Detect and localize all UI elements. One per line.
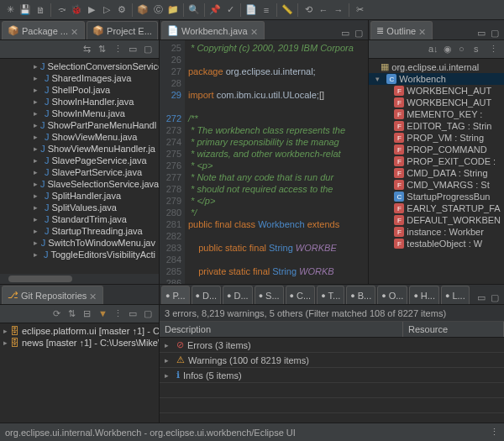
expand-arrow-icon[interactable]: ▸	[34, 192, 42, 200]
outline-member[interactable]: FPROP_COMMAND	[369, 144, 504, 155]
repo-item[interactable]: ▸🗄news [master ↑1] - C:\Users\Mike\git\n	[0, 337, 159, 349]
new-pkg-icon[interactable]: 📦	[136, 3, 150, 17]
view-menu-icon[interactable]: ⋮	[113, 44, 125, 55]
status-menu-icon[interactable]: ⋮	[490, 427, 499, 438]
new-folder-icon[interactable]: 📁	[166, 3, 180, 17]
expand-arrow-icon[interactable]: ▸	[3, 339, 8, 347]
collapse-all-icon[interactable]: ⇆	[83, 44, 95, 55]
file-item[interactable]: ▸JSlaveSelectionService.java	[0, 178, 159, 190]
expand-arrow-icon[interactable]: ▸	[34, 86, 42, 94]
outline-member[interactable]: FEARLY_STARTUP_FA	[369, 202, 504, 214]
file-item[interactable]: ▸JStartupThreading.java	[0, 225, 159, 237]
sort-icon[interactable]: a↓	[428, 44, 440, 55]
outline-tree[interactable]: ▦org.eclipse.ui.internal▾CWorkbenchFWORK…	[369, 59, 504, 284]
file-item[interactable]: ▸JStandardTrim.java	[0, 213, 159, 225]
expand-arrow-icon[interactable]: ▸	[34, 180, 38, 188]
outline-member[interactable]: FDEFAULT_WORKBEN	[369, 214, 504, 226]
bottom-tab-2[interactable]: ●D...	[223, 286, 253, 304]
close-icon[interactable]: ✕	[71, 27, 79, 35]
left-tab-1[interactable]: 📦Project E...	[87, 21, 158, 39]
outline-member[interactable]: FCMD_DATA : String	[369, 167, 504, 179]
task-icon[interactable]: ✓	[223, 3, 237, 17]
package-explorer-tree[interactable]: ▸JSelectionConversionService▸JSharedImag…	[0, 59, 159, 274]
outline-member[interactable]: CStartupProgressBun	[369, 191, 504, 202]
close-icon[interactable]: ✕	[89, 291, 97, 300]
ext-tools-icon[interactable]: ⚙	[115, 3, 129, 17]
repo-item[interactable]: ▸🗄eclipse.platform.ui [master ↑1] - C:\	[0, 325, 159, 337]
doc-icon[interactable]: 📄	[244, 3, 258, 17]
problem-group[interactable]: ▸ℹInfos (5 items)	[160, 368, 504, 383]
bottom-tab-1[interactable]: ●D...	[192, 286, 222, 304]
expand-arrow-icon[interactable]: ▸	[34, 144, 38, 153]
col-description[interactable]: Description	[160, 322, 403, 337]
view-menu-icon[interactable]: ⋮	[113, 308, 125, 320]
bottom-tab-5[interactable]: ●T...	[317, 286, 344, 304]
file-item[interactable]: ▸JSplitHandler.java	[0, 190, 159, 202]
git-tab[interactable]: ⎇ Git Repositories ✕	[2, 286, 103, 304]
outline-class[interactable]: ▾CWorkbench	[369, 73, 504, 85]
forward-icon[interactable]: →	[332, 3, 345, 17]
expand-arrow-icon[interactable]: ▸	[165, 356, 173, 365]
maximize-icon[interactable]: ▢	[144, 44, 155, 55]
back-icon[interactable]: ←	[317, 3, 330, 17]
code-area[interactable]: * Copyright (c) 2000, 2019 IBM Corporapa…	[185, 40, 368, 284]
file-item[interactable]: ▸JShowInMenu.java	[0, 108, 159, 119]
file-item[interactable]: ▸JToggleEditorsVisibilityActi	[0, 249, 159, 260]
git-tree[interactable]: ▸🗄eclipse.platform.ui [master ↑1] - C:\▸…	[0, 323, 159, 423]
expand-arrow-icon[interactable]: ▸	[34, 109, 42, 118]
close-icon[interactable]: ✕	[418, 27, 427, 35]
save-icon[interactable]: 💾	[18, 3, 32, 17]
filter-icon[interactable]: ◉	[444, 44, 455, 55]
maximize-icon[interactable]: ▢	[144, 308, 155, 320]
save-all-icon[interactable]: 🗎	[34, 3, 47, 17]
hide-static-icon[interactable]: s	[474, 44, 486, 55]
outline-member[interactable]: FtestableObject : W	[369, 238, 504, 249]
expand-arrow-icon[interactable]: ▸	[34, 121, 38, 129]
maximize-icon[interactable]: ▢	[491, 28, 502, 39]
file-item[interactable]: ▸JShowViewMenu.java	[0, 131, 159, 143]
cut-icon[interactable]: ✂	[353, 3, 366, 17]
bottom-tab-3[interactable]: ●S...	[255, 286, 284, 304]
file-item[interactable]: ▸JSplitValues.java	[0, 202, 159, 213]
outline-tab[interactable]: ≣ Outline ✕	[370, 21, 433, 39]
expand-arrow-icon[interactable]: ▸	[34, 133, 42, 141]
outline-member[interactable]: FWORKBENCH_AUT	[369, 97, 504, 108]
collapse-icon[interactable]: ⊟	[83, 308, 95, 320]
problem-group[interactable]: ▸⊘Errors (3 items)	[160, 338, 504, 353]
expand-arrow-icon[interactable]: ▸	[34, 62, 38, 71]
outline-member[interactable]: FPROP_EXIT_CODE :	[369, 155, 504, 167]
file-item[interactable]: ▸JSlavePageService.java	[0, 155, 159, 166]
close-icon[interactable]: ✕	[250, 27, 259, 35]
bottom-tab-8[interactable]: ●H...	[409, 286, 439, 304]
hide-fields-icon[interactable]: ○	[459, 44, 470, 55]
outline-member[interactable]: FPROP_VM : String	[369, 132, 504, 144]
new-icon[interactable]: ✳	[3, 3, 17, 17]
pin-icon[interactable]: 📌	[208, 3, 222, 17]
bottom-tab-6[interactable]: ●B...	[346, 286, 375, 304]
minimize-icon[interactable]: ▭	[341, 28, 353, 39]
expand-arrow-icon[interactable]: ▸	[34, 168, 42, 176]
file-item[interactable]: ▸JSlavePartService.java	[0, 166, 159, 178]
view-menu-icon[interactable]: ⋮	[489, 44, 501, 55]
expand-arrow-icon[interactable]: ▸	[34, 156, 42, 165]
bottom-tab-9[interactable]: ●L...	[441, 286, 470, 304]
outline-member[interactable]: FCMD_VMARGS : St	[369, 179, 504, 191]
code-editor[interactable]: 2526272829272273274275276277278279280281…	[160, 40, 368, 284]
file-item[interactable]: ▸JShowPartPaneMenuHandl	[0, 119, 159, 131]
file-item[interactable]: ▸JSharedImages.java	[0, 72, 159, 84]
editor-tab-workbench[interactable]: 📄 Workbench.java ✕	[161, 21, 265, 39]
outline-member[interactable]: FWORKBENCH_AUT	[369, 85, 504, 97]
minimize-icon[interactable]: ▭	[129, 44, 140, 55]
expand-arrow-icon[interactable]: ▸	[34, 203, 42, 212]
skip-icon[interactable]: ⤼	[55, 3, 68, 17]
ruler-icon[interactable]: 📏	[281, 3, 294, 17]
problem-group[interactable]: ▸⚠Warnings (100 of 8219 items)	[160, 353, 504, 368]
bottom-tab-0[interactable]: ●P...	[161, 286, 190, 304]
expand-arrow-icon[interactable]: ▸	[34, 215, 42, 223]
expand-arrow-icon[interactable]: ▸	[165, 341, 173, 349]
run-icon[interactable]: ▶	[85, 3, 98, 17]
outline-package[interactable]: ▦org.eclipse.ui.internal	[369, 60, 504, 73]
refresh-icon[interactable]: ⟳	[53, 308, 65, 320]
link-editor-icon[interactable]: ⇅	[98, 44, 110, 55]
problems-table[interactable]: Description Resource ▸⊘Errors (3 items)▸…	[160, 322, 504, 423]
